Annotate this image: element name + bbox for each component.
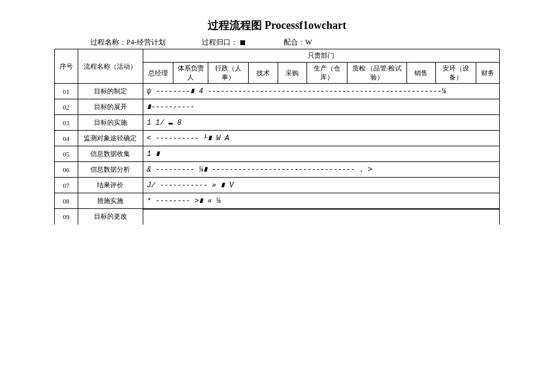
cell-flow: 1 1/ ▬ 8 [143, 115, 499, 131]
cell-flow: 1 ∎ [143, 146, 499, 162]
cell-seq: 04 [55, 131, 78, 146]
process-name-value: P4-经营计划 [126, 37, 166, 48]
meta-process-name: 过程名称： P4-经营计划 [90, 37, 166, 48]
header-dept-group: 只责部门 [143, 49, 499, 63]
square-icon [240, 40, 245, 45]
table-row: 03 目标的实施 1 1/ ▬ 8 [55, 115, 500, 131]
cell-flow [143, 209, 499, 225]
cell-activity: 结果评价 [78, 178, 143, 193]
table-row: 01 目标的制定 ψ --------∎ 4 -----------------… [55, 84, 500, 99]
cell-flow: & --------- ⅛∎ -------------------------… [143, 162, 499, 178]
cooperate-label: 配合： [284, 37, 305, 48]
table-row: 08 措施实施 * -------- >∎ « ⅛ [55, 193, 500, 209]
cell-seq: 03 [55, 115, 78, 131]
header-finance: 财务 [476, 63, 500, 84]
cell-activity: 措施实施 [78, 193, 143, 209]
cell-seq: 05 [55, 146, 78, 162]
cell-activity: 目标的实施 [78, 115, 143, 131]
header-purchase: 采购 [278, 63, 307, 84]
cell-activity: 目标的制定 [78, 84, 143, 99]
table-row: 09 目标的更改 [55, 209, 500, 225]
header-activity: 流程名称（活动） [78, 49, 143, 84]
table-row: 05 信息数据收集 1 ∎ [55, 146, 500, 162]
cell-flow: ψ --------∎ 4 --------------------------… [143, 84, 499, 99]
cell-flow: < ---------- ⅟∎ W A [143, 131, 499, 146]
table-body: 01 目标的制定 ψ --------∎ 4 -----------------… [55, 84, 500, 225]
meta-row: 过程名称： P4-经营计划 过程归口： 配合： W [54, 37, 500, 48]
cell-seq: 09 [55, 209, 78, 225]
meta-process-owner: 过程归口： [202, 37, 247, 48]
header-seq: 序号 [55, 49, 78, 84]
header-admin: 行政（人事） [208, 63, 249, 84]
cell-activity: 信息数据收集 [78, 146, 143, 162]
cell-activity: 信息数据分析 [78, 162, 143, 178]
header-sales: 销售 [406, 63, 435, 84]
table-row: 02 目标的展开 ∎---------- [55, 99, 500, 115]
header-production: 生产（仓库） [307, 63, 347, 84]
cell-activity: 监测对象途径确定 [78, 131, 143, 146]
cell-seq: 08 [55, 193, 78, 209]
cell-seq: 01 [55, 84, 78, 99]
cell-seq: 07 [55, 178, 78, 193]
flowchart-table: 序号 流程名称（活动） 只责部门 总经理 体系负责人 行政（人事） 技术 采购 … [54, 49, 500, 225]
process-owner-label: 过程归口： [202, 37, 238, 48]
cell-flow: J/ ----------- » ∎ V [143, 178, 499, 193]
cell-activity: 目标的展开 [78, 99, 143, 115]
table-row: 06 信息数据分析 & --------- ⅛∎ ---------------… [55, 162, 500, 178]
process-name-label: 过程名称： [90, 37, 126, 48]
cell-flow: ∎---------- [143, 99, 499, 115]
cell-seq: 06 [55, 162, 78, 178]
table-row: 07 结果评价 J/ ----------- » ∎ V [55, 178, 500, 193]
header-tech: 技术 [249, 63, 278, 84]
cooperate-value: W [305, 38, 312, 47]
table-row: 04 监测对象途径确定 < ---------- ⅟∎ W A [55, 131, 500, 146]
header-safety: 安环（设备） [435, 63, 476, 84]
cell-flow: * -------- >∎ « ⅛ [143, 193, 499, 209]
cell-seq: 02 [55, 99, 78, 115]
header-gm: 总经理 [143, 63, 173, 84]
header-system: 体系负责人 [173, 63, 208, 84]
cell-activity: 目标的更改 [78, 209, 143, 225]
meta-cooperate: 配合： W [284, 37, 312, 48]
page-title: 过程流程图 Processf1owchart [54, 18, 500, 33]
header-quality: 质检 （品管/检试验） [347, 63, 407, 84]
